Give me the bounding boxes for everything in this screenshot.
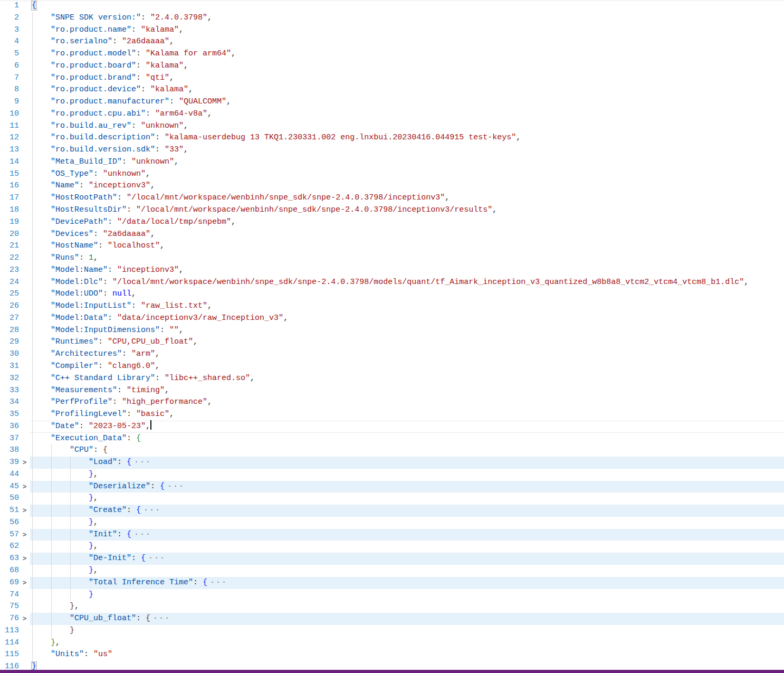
fold-chevron-icon[interactable]: > <box>19 529 30 541</box>
code-text[interactable]: "Model:InputList": "raw_list.txt", <box>30 300 784 312</box>
code-text[interactable]: "Model:Data": "data/inceptionv3/raw_Ince… <box>30 312 784 325</box>
code-text[interactable]: "ro.build.au_rev": "unknown", <box>30 120 784 132</box>
code-line[interactable]: 68 }, <box>0 565 784 577</box>
code-line[interactable]: 12 "ro.build.description": "kalama-userd… <box>0 132 784 144</box>
code-text[interactable]: }, <box>30 469 784 481</box>
code-editor[interactable]: 1{2 "SNPE SDK version:": "2.4.0.3798",3 … <box>0 0 784 673</box>
code-line[interactable]: 45> "Deserialize": {··· <box>0 481 784 493</box>
code-text[interactable]: "Load": {··· <box>30 457 784 469</box>
code-line[interactable]: 62 }, <box>0 541 784 553</box>
code-line[interactable]: 6 "ro.product.board": "kalama", <box>0 60 784 72</box>
code-line[interactable]: 33 "Measurements": "timing", <box>0 385 784 397</box>
code-text[interactable]: }, <box>30 541 784 553</box>
code-text[interactable]: "HostName": "localhost", <box>30 240 784 252</box>
code-text[interactable]: "Date": "2023-05-23", <box>30 421 784 433</box>
code-line[interactable]: 8 "ro.product.device": "kalama", <box>0 84 784 96</box>
code-text[interactable]: "Create": {··· <box>30 505 784 517</box>
code-line[interactable]: 15 "OS_Type": "unknown", <box>0 168 784 181</box>
code-text[interactable]: }, <box>30 601 784 613</box>
code-text[interactable]: "ro.product.brand": "qti", <box>30 72 784 84</box>
code-text[interactable]: "ro.build.description": "kalama-userdebu… <box>30 132 784 144</box>
code-text[interactable]: "Name": "inceptionv3", <box>30 180 784 192</box>
fold-chevron-icon[interactable]: > <box>19 481 30 493</box>
code-text[interactable]: } <box>30 625 784 637</box>
code-text[interactable]: "Model:UDO": null, <box>30 288 784 300</box>
code-text[interactable]: "Model:InputDimensions": "", <box>30 325 784 337</box>
code-text[interactable]: "Init": {··· <box>30 529 784 541</box>
code-line[interactable]: 25 "Model:UDO": null, <box>0 288 784 300</box>
code-line[interactable]: 14 "Meta_Build_ID": "unknown", <box>0 156 784 168</box>
code-text[interactable]: "Runtimes": "CPU,CPU_ub_float", <box>30 336 784 348</box>
code-line[interactable]: 19 "DevicePath": "/data/local/tmp/snpebm… <box>0 216 784 229</box>
code-text[interactable]: "CPU_ub_float": {··· <box>30 613 784 625</box>
code-text[interactable]: "ro.product.device": "kalama", <box>30 84 784 96</box>
code-text[interactable]: "Execution_Data": { <box>30 433 784 445</box>
code-text[interactable]: "OS_Type": "unknown", <box>30 168 784 181</box>
code-text[interactable]: "De-Init": {··· <box>30 553 784 565</box>
code-text[interactable]: "Deserialize": {··· <box>30 481 784 493</box>
code-line[interactable]: 11 "ro.build.au_rev": "unknown", <box>0 120 784 132</box>
code-line[interactable]: 13 "ro.build.version.sdk": "33", <box>0 144 784 156</box>
fold-chevron-icon[interactable]: > <box>19 505 30 517</box>
code-text[interactable]: "ro.product.model": "Kalama for arm64", <box>30 48 784 60</box>
code-line[interactable]: 37 "Execution_Data": { <box>0 433 784 445</box>
code-line[interactable]: 39> "Load": {··· <box>0 457 784 469</box>
code-line[interactable]: 63> "De-Init": {··· <box>0 553 784 565</box>
fold-chevron-icon[interactable]: > <box>19 553 30 565</box>
code-line[interactable]: 9 "ro.product.manufacturer": "QUALCOMM", <box>0 96 784 108</box>
code-line[interactable]: 10 "ro.product.cpu.abi": "arm64-v8a", <box>0 108 784 120</box>
code-line[interactable]: 50 }, <box>0 492 784 505</box>
code-text[interactable]: "CPU": { <box>30 444 784 457</box>
code-line[interactable]: 17 "HostRootPath": "/local/mnt/workspace… <box>0 192 784 204</box>
code-line[interactable]: 36 "Date": "2023-05-23", <box>0 421 784 433</box>
code-text[interactable]: "ro.serialno": "2a6daaaa", <box>30 36 784 48</box>
code-line[interactable]: 21 "HostName": "localhost", <box>0 240 784 252</box>
code-line[interactable]: 75 }, <box>0 601 784 613</box>
code-line[interactable]: 16 "Name": "inceptionv3", <box>0 180 784 192</box>
code-area[interactable]: 1{2 "SNPE SDK version:": "2.4.0.3798",3 … <box>0 0 784 673</box>
code-text[interactable]: "ro.build.version.sdk": "33", <box>30 144 784 156</box>
code-line[interactable]: 20 "Devices": "2a6daaaa", <box>0 229 784 241</box>
code-line[interactable]: 31 "Compiler": "clang6.0", <box>0 361 784 373</box>
code-line[interactable]: 4 "ro.serialno": "2a6daaaa", <box>0 36 784 48</box>
code-text[interactable]: } <box>30 589 784 601</box>
code-line[interactable]: 57> "Init": {··· <box>0 529 784 541</box>
code-text[interactable]: "C++ Standard Library": "libc++_shared.s… <box>30 373 784 385</box>
code-text[interactable]: "ro.product.board": "kalama", <box>30 60 784 72</box>
code-line[interactable]: 38 "CPU": { <box>0 444 784 457</box>
code-line[interactable]: 113 } <box>0 625 784 637</box>
code-line[interactable]: 44 }, <box>0 469 784 481</box>
code-line[interactable]: 24 "Model:Dlc": "/local/mnt/workspace/we… <box>0 277 784 289</box>
code-line[interactable]: 7 "ro.product.brand": "qti", <box>0 72 784 84</box>
code-text[interactable]: "ro.product.manufacturer": "QUALCOMM", <box>30 96 784 108</box>
fold-chevron-icon[interactable]: > <box>19 613 30 625</box>
code-text[interactable]: "Compiler": "clang6.0", <box>30 361 784 373</box>
code-text[interactable]: "SNPE SDK version:": "2.4.0.3798", <box>30 12 784 24</box>
code-text[interactable]: "Measurements": "timing", <box>30 385 784 397</box>
code-text[interactable]: "ro.product.cpu.abi": "arm64-v8a", <box>30 108 784 120</box>
code-text[interactable]: "Model:Dlc": "/local/mnt/workspace/wenbi… <box>30 277 784 289</box>
code-text[interactable]: }, <box>30 565 784 577</box>
code-text[interactable]: "Model:Name": "inceptionv3", <box>30 264 784 277</box>
code-text[interactable]: }, <box>30 637 784 649</box>
code-line[interactable]: 18 "HostResultsDir": "/local/mnt/workspa… <box>0 204 784 216</box>
code-line[interactable]: 115 "Units": "us" <box>0 649 784 661</box>
code-line[interactable]: 51> "Create": {··· <box>0 505 784 517</box>
code-line[interactable]: 22 "Runs": 1, <box>0 252 784 264</box>
code-line[interactable]: 26 "Model:InputList": "raw_list.txt", <box>0 300 784 312</box>
code-line[interactable]: 3 "ro.product.name": "kalama", <box>0 24 784 36</box>
code-text[interactable]: "Devices": "2a6daaaa", <box>30 229 784 241</box>
code-line[interactable]: 1{ <box>0 0 784 12</box>
code-text[interactable]: "DevicePath": "/data/local/tmp/snpebm", <box>30 216 784 229</box>
code-line[interactable]: 28 "Model:InputDimensions": "", <box>0 325 784 337</box>
code-text[interactable]: { <box>30 0 784 12</box>
code-line[interactable]: 114 }, <box>0 637 784 649</box>
code-line[interactable]: 30 "Architectures": "arm", <box>0 348 784 361</box>
code-text[interactable]: "ProfilingLevel": "basic", <box>30 409 784 421</box>
fold-chevron-icon[interactable]: > <box>19 577 30 589</box>
code-line[interactable]: 56 }, <box>0 517 784 529</box>
code-text[interactable]: "ro.product.name": "kalama", <box>30 24 784 36</box>
code-text[interactable]: "Units": "us" <box>30 649 784 661</box>
code-line[interactable]: 69> "Total Inference Time": {··· <box>0 577 784 589</box>
code-line[interactable]: 34 "PerfProfile": "high_performance", <box>0 396 784 409</box>
